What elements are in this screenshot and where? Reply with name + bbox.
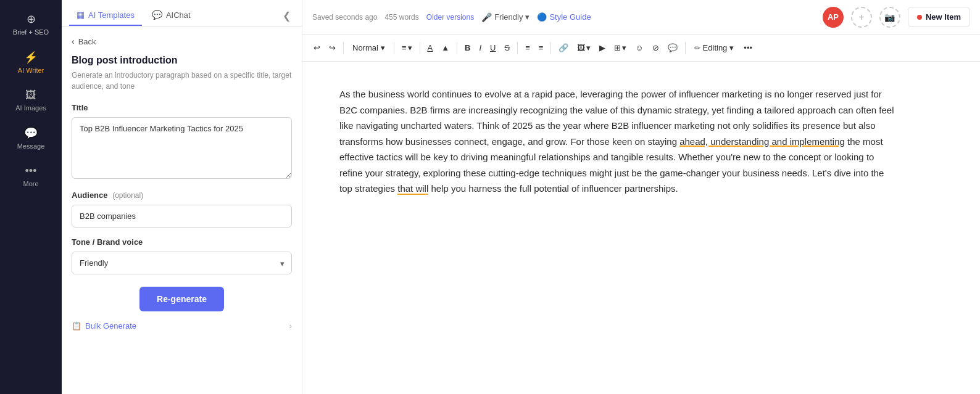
tone-select-wrapper: Friendly Professional Casual Formal Humo… xyxy=(72,252,292,274)
toolbar-separator-4 xyxy=(457,42,457,54)
image-chevron-icon: ▾ xyxy=(586,43,591,52)
sidebar-item-message[interactable]: 💬 Message xyxy=(4,121,58,155)
tone-field-label: Tone / Brand voice xyxy=(72,237,292,247)
audience-field-label: Audience (optional) xyxy=(72,191,292,200)
italic-button[interactable]: I xyxy=(475,41,485,55)
back-button[interactable]: ‹ Back xyxy=(72,36,292,46)
clear-format-button[interactable]: ⊘ xyxy=(649,41,663,55)
aichat-tab-label: AIChat xyxy=(166,10,191,20)
editor-area: Saved seconds ago 455 words Older versio… xyxy=(302,0,980,394)
highlight-button[interactable]: ▲ xyxy=(438,41,453,55)
ai-images-label: AI Images xyxy=(15,104,46,112)
sidebar-item-more[interactable]: ••• More xyxy=(4,160,58,192)
strikethrough-button[interactable]: S xyxy=(500,41,513,55)
tab-aichat[interactable]: 💬 AIChat xyxy=(144,5,198,26)
toolbar-separator-3 xyxy=(420,42,420,54)
comment-button[interactable]: 💬 xyxy=(664,41,681,55)
tab-ai-templates[interactable]: ▦ AI Templates xyxy=(69,5,142,26)
more-label: More xyxy=(23,180,38,187)
back-arrow-icon: ‹ xyxy=(72,36,75,46)
brief-seo-label: Brief + SEO xyxy=(13,28,49,36)
sidebar-collapse-button[interactable]: ❮ xyxy=(279,6,294,25)
add-user-icon: + xyxy=(858,12,864,23)
title-input[interactable]: Top B2B Influencer Marketing Tactics for… xyxy=(72,117,292,179)
ordered-list-button[interactable]: ≡ xyxy=(535,41,547,55)
back-label: Back xyxy=(78,37,96,46)
table-button[interactable]: ⊞▾ xyxy=(610,41,630,55)
ai-writer-icon: ⚡ xyxy=(24,51,38,64)
align-button[interactable]: ≡▾ xyxy=(398,41,416,55)
new-item-button[interactable]: New Item xyxy=(908,7,970,27)
audience-input[interactable] xyxy=(72,205,292,228)
message-label: Message xyxy=(17,142,45,150)
message-icon: 💬 xyxy=(24,126,38,140)
style-guide-button[interactable]: 🔵 Style Guide xyxy=(537,12,591,22)
sidebar: ▦ AI Templates 💬 AIChat ❮ ‹ Back Blog po… xyxy=(62,0,302,394)
format-chevron-icon: ▾ xyxy=(381,43,385,52)
font-color-button[interactable]: A xyxy=(424,41,437,55)
tone-select[interactable]: Friendly Professional Casual Formal Humo… xyxy=(72,252,292,274)
bulk-gen-icon: 📋 xyxy=(72,321,81,330)
saved-status: Saved seconds ago xyxy=(312,13,377,22)
bulk-gen-label: Bulk Generate xyxy=(85,321,136,330)
camera-button[interactable]: 📷 xyxy=(879,7,900,28)
toolbar-separator-5 xyxy=(517,42,518,54)
format-select-button[interactable]: Normal ▾ xyxy=(347,41,390,55)
ai-writer-label: AI Writer xyxy=(18,67,44,74)
left-navigation: ⊕ Brief + SEO ⚡ AI Writer 🖼 AI Images 💬 … xyxy=(0,0,62,394)
play-button[interactable]: ▶ xyxy=(596,41,609,55)
template-title: Blog post introduction xyxy=(72,55,292,66)
sidebar-item-brief-seo[interactable]: ⊕ Brief + SEO xyxy=(4,7,58,41)
editing-label: Editing xyxy=(703,43,728,52)
toolbar-separator-6 xyxy=(550,42,551,54)
editor-paragraph: As the business world continues to evolv… xyxy=(339,86,895,197)
undo-button[interactable]: ↩ xyxy=(310,41,324,55)
bulk-generate-button[interactable]: 📋 Bulk Generate › xyxy=(72,321,292,330)
bullet-list-button[interactable]: ≡ xyxy=(521,41,534,55)
sidebar-item-ai-writer[interactable]: ⚡ AI Writer xyxy=(4,46,58,79)
editor-toolbar: ↩ ↪ Normal ▾ ≡▾ A ▲ B I U S ≡ ≡ 🔗 🖼▾ ▶ ⊞… xyxy=(302,35,980,62)
align-chevron-icon: ▾ xyxy=(408,43,412,52)
emoji-button[interactable]: ☺ xyxy=(631,41,647,55)
style-guide-icon: 🔵 xyxy=(537,12,547,22)
title-field-label: Title xyxy=(72,103,292,112)
more-options-button[interactable]: ••• xyxy=(740,41,756,55)
aichat-tab-icon: 💬 xyxy=(152,10,162,20)
new-item-dot-icon xyxy=(917,15,922,20)
add-user-button[interactable]: + xyxy=(851,7,872,28)
microphone-icon: 🎤 xyxy=(481,12,492,22)
highlighted-text: ahead, understanding and implementing xyxy=(679,136,845,147)
tone-chevron-icon: ▾ xyxy=(525,12,529,22)
style-guide-label: Style Guide xyxy=(549,12,591,22)
editing-mode-button[interactable]: ✏ Editing ▾ xyxy=(689,41,739,55)
avatar: AP xyxy=(823,7,844,28)
table-chevron-icon: ▾ xyxy=(622,43,626,52)
camera-icon-symbol: 📷 xyxy=(884,12,895,22)
ai-images-icon: 🖼 xyxy=(25,89,36,102)
editor-topbar: Saved seconds ago 455 words Older versio… xyxy=(302,0,980,35)
sidebar-content: ‹ Back Blog post introduction Generate a… xyxy=(62,27,302,394)
toolbar-separator-2 xyxy=(394,42,394,54)
sidebar-tabs: ▦ AI Templates 💬 AIChat ❮ xyxy=(62,0,302,27)
older-versions-button[interactable]: Older versions xyxy=(426,13,474,22)
word-count: 455 words xyxy=(384,13,418,22)
editing-chevron-icon: ▾ xyxy=(729,43,734,52)
more-icon: ••• xyxy=(25,165,37,178)
redo-button[interactable]: ↪ xyxy=(325,41,339,55)
link-button[interactable]: 🔗 xyxy=(555,41,572,55)
sidebar-item-ai-images[interactable]: 🖼 AI Images xyxy=(4,84,58,117)
bold-button[interactable]: B xyxy=(461,41,474,55)
brief-seo-icon: ⊕ xyxy=(27,12,36,26)
toolbar-separator-1 xyxy=(343,42,344,54)
ai-templates-tab-label: AI Templates xyxy=(88,10,135,20)
image-button[interactable]: 🖼▾ xyxy=(573,41,594,55)
tone-button[interactable]: 🎤 Friendly ▾ xyxy=(481,12,529,22)
underline-button[interactable]: U xyxy=(486,41,499,55)
bulk-gen-arrow-icon: › xyxy=(289,321,292,330)
template-description: Generate an introductory paragraph based… xyxy=(72,70,292,92)
underlined-text: that will xyxy=(397,183,428,195)
editor-content[interactable]: As the business world continues to evolv… xyxy=(302,62,980,394)
regenerate-button[interactable]: Re-generate xyxy=(139,287,224,311)
pencil-icon: ✏ xyxy=(694,44,700,52)
toolbar-separator-7 xyxy=(685,42,686,54)
